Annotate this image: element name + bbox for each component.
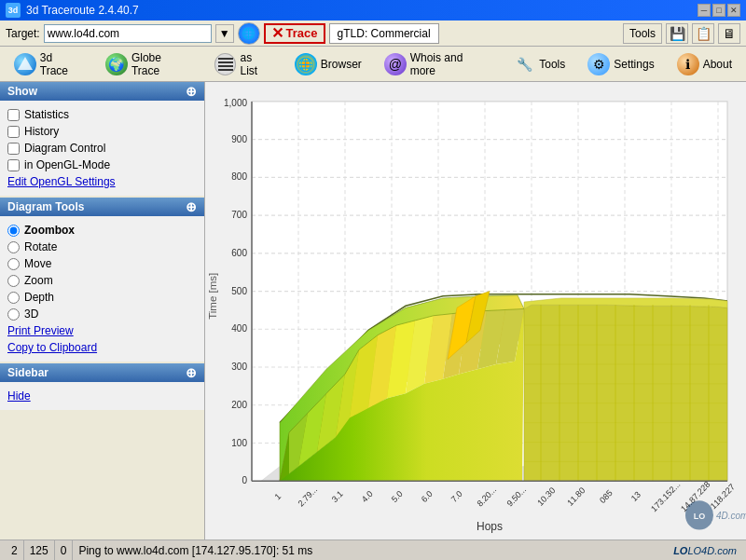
save-button[interactable]: 💾 — [666, 23, 688, 44]
zoombox-radio[interactable] — [7, 225, 20, 237]
status-cell-2: 125 — [24, 540, 55, 560]
nav-tools-label: Tools — [539, 58, 565, 71]
nav-whois-icon: @ — [384, 53, 407, 75]
print-preview-link[interactable]: Print Preview — [7, 322, 197, 339]
nav-browser-icon: 🌐 — [295, 53, 317, 75]
svg-text:400: 400 — [231, 323, 247, 334]
sidebar-collapse-icon: ⊕ — [186, 366, 197, 379]
zoom-radio-item[interactable]: Zoom — [7, 272, 197, 289]
nav-tools[interactable]: 🔧 Tools — [504, 49, 573, 79]
trace-x-icon: ✕ — [271, 24, 283, 42]
title-bar: 3d 3d Traceroute 2.4.40.7 ─ □ ✕ — [0, 0, 746, 20]
opengl-mode-checkbox[interactable] — [7, 159, 20, 171]
toolbar: Target: ▼ 🌐 ✕ Trace gTLD: Commercial Too… — [0, 20, 746, 47]
nav-whois-label: Whois and more — [410, 51, 491, 77]
close-button[interactable]: ✕ — [727, 4, 740, 17]
statistics-checkbox[interactable] — [7, 109, 20, 121]
rotate-radio-item[interactable]: Rotate — [7, 239, 197, 255]
diagram-tools-title: Diagram Tools — [7, 200, 84, 213]
nav-3d-trace-icon — [14, 53, 36, 75]
dropdown-button[interactable]: ▼ — [215, 24, 234, 43]
move-radio-item[interactable]: Move — [7, 255, 197, 272]
maximize-button[interactable]: □ — [712, 4, 725, 17]
nav-globe-trace[interactable]: 🌍 Globe Trace — [97, 48, 200, 81]
hide-link[interactable]: Hide — [7, 388, 197, 404]
ping-info: Ping to www.lo4d.com [174.127.95.170]: 5… — [78, 544, 312, 557]
statistics-checkbox-item[interactable]: Statistics — [7, 106, 197, 123]
nav-globe-trace-icon: 🌍 — [105, 53, 128, 75]
nav-3d-trace[interactable]: 3d Trace — [6, 48, 91, 81]
depth-label: Depth — [24, 291, 54, 304]
depth-radio[interactable] — [7, 292, 20, 304]
3d-label: 3D — [24, 307, 38, 321]
zoom-label: Zoom — [24, 274, 53, 287]
gtld-button[interactable]: gTLD: Commercial — [329, 23, 439, 44]
zoombox-label: Zoombox — [24, 224, 75, 237]
sidebar: Show ⊕ Statistics History Diagram Contro… — [0, 82, 205, 540]
gtld-label: gTLD: Commercial — [338, 27, 431, 40]
svg-marker-0 — [18, 57, 33, 70]
nav-tools-icon: 🔧 — [513, 53, 535, 75]
svg-marker-57 — [524, 305, 727, 481]
svg-text:0: 0 — [242, 475, 247, 485]
rotate-radio[interactable] — [7, 241, 20, 253]
show-section-header[interactable]: Show ⊕ — [0, 82, 204, 101]
target-input[interactable] — [44, 24, 212, 43]
monitor-button[interactable]: 🖥 — [718, 23, 740, 44]
nav-settings-icon: ⚙ — [587, 53, 610, 75]
nav-3d-trace-label: 3d Trace — [40, 51, 83, 77]
svg-text:100: 100 — [231, 438, 247, 448]
zoombox-radio-item[interactable]: Zoombox — [7, 222, 197, 239]
3d-radio-item[interactable]: 3D — [7, 306, 197, 322]
history-label: History — [24, 125, 59, 138]
svg-text:Time [ms]: Time [ms] — [207, 273, 218, 320]
diagram-control-checkbox-item[interactable]: Diagram Control — [7, 140, 197, 157]
svg-text:500: 500 — [231, 286, 247, 296]
move-radio[interactable] — [7, 258, 20, 270]
history-checkbox-item[interactable]: History — [7, 123, 197, 140]
sidebar-section-header[interactable]: Sidebar ⊕ — [0, 363, 204, 382]
nav-browser[interactable]: 🌐 Browser — [286, 49, 370, 79]
nav-settings[interactable]: ⚙ Settings — [579, 49, 662, 79]
status-value-1: 2 — [11, 544, 18, 557]
svg-text:700: 700 — [231, 210, 247, 220]
show-section-title: Show — [7, 85, 37, 98]
nav-about-label: About — [703, 58, 732, 71]
svg-text:1,000: 1,000 — [224, 98, 247, 108]
target-label: Target: — [6, 27, 40, 40]
nav-as-list-label: as List — [240, 51, 271, 77]
edit-opengl-settings-link[interactable]: Edit OpenGL Settings — [7, 173, 197, 190]
nav-as-list-icon — [214, 53, 237, 75]
opengl-mode-label: in OpenGL-Mode — [24, 158, 110, 171]
nav-whois[interactable]: @ Whois and more — [376, 48, 499, 81]
3d-radio[interactable] — [7, 308, 20, 321]
trace-label: Trace — [286, 26, 318, 40]
globe-button[interactable]: 🌐 — [238, 22, 260, 45]
copy-to-clipboard-link[interactable]: Copy to Clipboard — [7, 339, 197, 356]
rotate-label: Rotate — [24, 240, 57, 253]
svg-text:800: 800 — [231, 171, 247, 182]
clipboard-button[interactable]: 📋 — [692, 23, 714, 44]
tools-right-button[interactable]: Tools — [623, 23, 662, 44]
zoom-radio[interactable] — [7, 275, 20, 287]
svg-text:LO: LO — [694, 512, 705, 521]
diagram-control-checkbox[interactable] — [7, 143, 20, 155]
show-section-content: Statistics History Diagram Control in Op… — [0, 101, 204, 196]
diagram-control-label: Diagram Control — [24, 142, 105, 155]
trace-button[interactable]: ✕ Trace — [264, 23, 325, 44]
show-section: Show ⊕ Statistics History Diagram Contro… — [0, 82, 204, 196]
svg-text:Hops: Hops — [477, 519, 503, 532]
status-cell-3: 0 — [55, 540, 74, 560]
main-area: Show ⊕ Statistics History Diagram Contro… — [0, 82, 746, 540]
nav-as-list[interactable]: as List — [206, 48, 281, 81]
depth-radio-item[interactable]: Depth — [7, 289, 197, 306]
main-chart: 0 100 200 300 400 500 600 700 800 900 1,… — [205, 82, 746, 540]
opengl-mode-checkbox-item[interactable]: in OpenGL-Mode — [7, 157, 197, 173]
history-checkbox[interactable] — [7, 126, 20, 138]
svg-rect-3 — [218, 65, 233, 67]
diagram-tools-section-header[interactable]: Diagram Tools ⊕ — [0, 198, 204, 216]
tools-right-label: Tools — [629, 27, 656, 40]
nav-about[interactable]: ℹ About — [669, 49, 740, 79]
minimize-button[interactable]: ─ — [698, 4, 711, 17]
status-cell-1: 2 — [6, 540, 24, 560]
